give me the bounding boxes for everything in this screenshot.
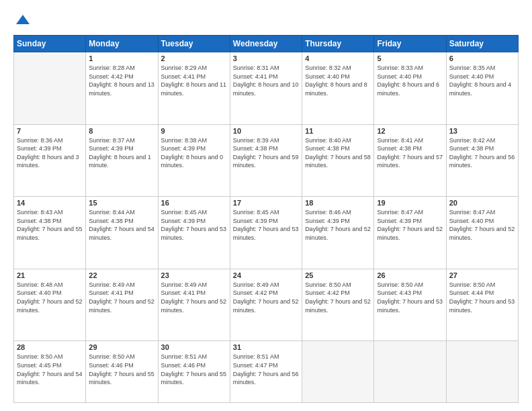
day-number: 23	[161, 271, 227, 279]
day-number: 24	[233, 271, 299, 279]
weekday-header: Friday	[374, 36, 446, 52]
logo-icon	[15, 12, 31, 28]
calendar-cell: 18Sunrise: 8:46 AMSunset: 4:39 PMDayligh…	[302, 197, 374, 269]
day-number: 16	[161, 199, 227, 207]
day-detail: Sunrise: 8:42 AMSunset: 4:38 PMDaylight:…	[449, 136, 515, 170]
calendar-cell: 3Sunrise: 8:31 AMSunset: 4:41 PMDaylight…	[230, 52, 302, 125]
calendar-cell: 29Sunrise: 8:50 AMSunset: 4:46 PMDayligh…	[86, 341, 158, 403]
calendar-cell	[302, 341, 374, 403]
day-number: 5	[377, 54, 443, 62]
day-detail: Sunrise: 8:47 AMSunset: 4:40 PMDaylight:…	[449, 208, 515, 242]
weekday-header: Sunday	[14, 36, 86, 52]
calendar-cell: 7Sunrise: 8:36 AMSunset: 4:39 PMDaylight…	[14, 124, 86, 197]
calendar-cell: 6Sunrise: 8:35 AMSunset: 4:40 PMDaylight…	[446, 52, 518, 125]
day-number: 10	[233, 127, 299, 135]
day-detail: Sunrise: 8:32 AMSunset: 4:40 PMDaylight:…	[305, 64, 371, 97]
calendar-cell: 25Sunrise: 8:50 AMSunset: 4:42 PMDayligh…	[302, 269, 374, 341]
header	[13, 12, 519, 28]
day-detail: Sunrise: 8:50 AMSunset: 4:43 PMDaylight:…	[377, 281, 443, 314]
calendar-cell: 4Sunrise: 8:32 AMSunset: 4:40 PMDaylight…	[302, 52, 374, 125]
day-detail: Sunrise: 8:49 AMSunset: 4:41 PMDaylight:…	[89, 281, 154, 314]
calendar-cell: 23Sunrise: 8:49 AMSunset: 4:41 PMDayligh…	[158, 269, 230, 341]
day-detail: Sunrise: 8:37 AMSunset: 4:39 PMDaylight:…	[89, 136, 154, 170]
calendar-cell	[446, 341, 518, 403]
calendar-cell: 9Sunrise: 8:38 AMSunset: 4:39 PMDaylight…	[158, 124, 230, 197]
calendar-cell: 15Sunrise: 8:44 AMSunset: 4:38 PMDayligh…	[86, 197, 158, 269]
day-detail: Sunrise: 8:50 AMSunset: 4:46 PMDaylight:…	[89, 353, 154, 386]
day-detail: Sunrise: 8:50 AMSunset: 4:45 PMDaylight:…	[17, 353, 83, 386]
calendar-cell: 31Sunrise: 8:51 AMSunset: 4:47 PMDayligh…	[230, 341, 302, 403]
calendar-cell: 12Sunrise: 8:41 AMSunset: 4:38 PMDayligh…	[374, 124, 446, 197]
calendar-cell: 19Sunrise: 8:47 AMSunset: 4:39 PMDayligh…	[374, 197, 446, 269]
day-detail: Sunrise: 8:28 AMSunset: 4:42 PMDaylight:…	[89, 64, 154, 97]
day-number: 30	[161, 343, 227, 351]
day-number: 9	[161, 127, 227, 135]
day-detail: Sunrise: 8:40 AMSunset: 4:38 PMDaylight:…	[305, 136, 371, 170]
day-detail: Sunrise: 8:50 AMSunset: 4:42 PMDaylight:…	[305, 281, 371, 314]
calendar-cell: 16Sunrise: 8:45 AMSunset: 4:39 PMDayligh…	[158, 197, 230, 269]
day-number: 14	[17, 199, 83, 207]
day-number: 11	[305, 127, 371, 135]
calendar-table: SundayMondayTuesdayWednesdayThursdayFrid…	[13, 35, 519, 403]
calendar-cell: 27Sunrise: 8:50 AMSunset: 4:44 PMDayligh…	[446, 269, 518, 341]
day-number: 8	[89, 127, 154, 135]
day-number: 2	[161, 54, 227, 62]
day-number: 12	[377, 127, 443, 135]
day-detail: Sunrise: 8:38 AMSunset: 4:39 PMDaylight:…	[161, 136, 227, 170]
calendar-cell: 30Sunrise: 8:51 AMSunset: 4:46 PMDayligh…	[158, 341, 230, 403]
weekday-header: Wednesday	[230, 36, 302, 52]
weekday-header: Thursday	[302, 36, 374, 52]
day-detail: Sunrise: 8:33 AMSunset: 4:40 PMDaylight:…	[377, 64, 443, 97]
calendar-cell: 20Sunrise: 8:47 AMSunset: 4:40 PMDayligh…	[446, 197, 518, 269]
day-number: 26	[377, 271, 443, 279]
day-detail: Sunrise: 8:29 AMSunset: 4:41 PMDaylight:…	[161, 64, 227, 97]
day-number: 15	[89, 199, 154, 207]
day-detail: Sunrise: 8:35 AMSunset: 4:40 PMDaylight:…	[449, 64, 515, 97]
calendar-cell: 14Sunrise: 8:43 AMSunset: 4:38 PMDayligh…	[14, 197, 86, 269]
calendar-cell: 28Sunrise: 8:50 AMSunset: 4:45 PMDayligh…	[14, 341, 86, 403]
day-number: 27	[449, 271, 515, 279]
calendar-cell	[14, 52, 86, 125]
day-detail: Sunrise: 8:49 AMSunset: 4:42 PMDaylight:…	[233, 281, 299, 314]
calendar-cell: 10Sunrise: 8:39 AMSunset: 4:38 PMDayligh…	[230, 124, 302, 197]
day-number: 6	[449, 54, 515, 62]
day-detail: Sunrise: 8:45 AMSunset: 4:39 PMDaylight:…	[233, 208, 299, 242]
day-number: 18	[305, 199, 371, 207]
calendar-cell: 8Sunrise: 8:37 AMSunset: 4:39 PMDaylight…	[86, 124, 158, 197]
weekday-header: Saturday	[446, 36, 518, 52]
calendar-cell: 22Sunrise: 8:49 AMSunset: 4:41 PMDayligh…	[86, 269, 158, 341]
day-number: 31	[233, 343, 299, 351]
calendar-cell: 26Sunrise: 8:50 AMSunset: 4:43 PMDayligh…	[374, 269, 446, 341]
day-number: 25	[305, 271, 371, 279]
day-number: 22	[89, 271, 154, 279]
day-detail: Sunrise: 8:47 AMSunset: 4:39 PMDaylight:…	[377, 208, 443, 242]
day-number: 7	[17, 127, 83, 135]
calendar-cell: 17Sunrise: 8:45 AMSunset: 4:39 PMDayligh…	[230, 197, 302, 269]
day-number: 20	[449, 199, 515, 207]
calendar-cell: 21Sunrise: 8:48 AMSunset: 4:40 PMDayligh…	[14, 269, 86, 341]
day-detail: Sunrise: 8:50 AMSunset: 4:44 PMDaylight:…	[449, 281, 515, 314]
weekday-header: Tuesday	[158, 36, 230, 52]
day-number: 13	[449, 127, 515, 135]
day-detail: Sunrise: 8:46 AMSunset: 4:39 PMDaylight:…	[305, 208, 371, 242]
day-number: 3	[233, 54, 299, 62]
calendar-cell: 24Sunrise: 8:49 AMSunset: 4:42 PMDayligh…	[230, 269, 302, 341]
calendar-cell: 11Sunrise: 8:40 AMSunset: 4:38 PMDayligh…	[302, 124, 374, 197]
calendar-cell: 5Sunrise: 8:33 AMSunset: 4:40 PMDaylight…	[374, 52, 446, 125]
day-number: 19	[377, 199, 443, 207]
day-detail: Sunrise: 8:44 AMSunset: 4:38 PMDaylight:…	[89, 208, 154, 242]
page: SundayMondayTuesdayWednesdayThursdayFrid…	[0, 0, 532, 411]
day-detail: Sunrise: 8:43 AMSunset: 4:38 PMDaylight:…	[17, 208, 83, 242]
day-number: 28	[17, 343, 83, 351]
day-detail: Sunrise: 8:31 AMSunset: 4:41 PMDaylight:…	[233, 64, 299, 97]
day-number: 1	[89, 54, 154, 62]
calendar-cell	[374, 341, 446, 403]
logo	[13, 12, 31, 28]
day-detail: Sunrise: 8:36 AMSunset: 4:39 PMDaylight:…	[17, 136, 83, 170]
day-detail: Sunrise: 8:45 AMSunset: 4:39 PMDaylight:…	[161, 208, 227, 242]
day-detail: Sunrise: 8:51 AMSunset: 4:47 PMDaylight:…	[233, 353, 299, 386]
day-number: 29	[89, 343, 154, 351]
day-detail: Sunrise: 8:48 AMSunset: 4:40 PMDaylight:…	[17, 281, 83, 314]
day-detail: Sunrise: 8:41 AMSunset: 4:38 PMDaylight:…	[377, 136, 443, 170]
calendar-cell: 2Sunrise: 8:29 AMSunset: 4:41 PMDaylight…	[158, 52, 230, 125]
